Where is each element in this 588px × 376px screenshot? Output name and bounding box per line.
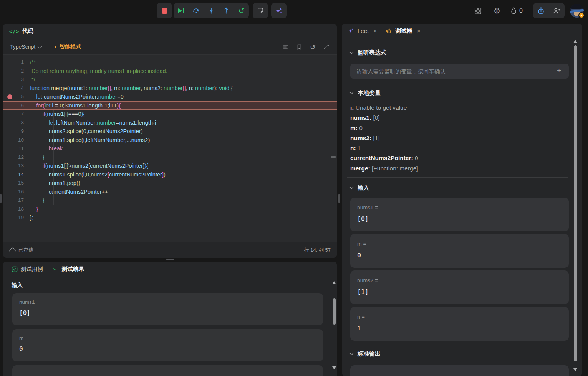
editor-scrollbar-thumb[interactable]	[331, 156, 336, 158]
test-field-partial[interactable]	[12, 365, 323, 376]
test-input-field[interactable]: nums1 =[0]	[12, 293, 323, 325]
code-editor[interactable]: 1/**2 Do not return anything, modify num…	[3, 55, 337, 242]
panel-resize-handle[interactable]	[338, 194, 340, 203]
debug-scrollbar-thumb[interactable]	[574, 45, 577, 361]
streak-indicator[interactable]: 0	[505, 3, 528, 18]
step-into-button[interactable]	[204, 3, 219, 18]
line-content: */	[28, 75, 337, 84]
code-line[interactable]: 14 nums1.splice(i,0,nums2[currentNums2Po…	[3, 170, 337, 179]
code-line[interactable]: 19};	[3, 213, 337, 222]
code-line[interactable]: 3 */	[3, 75, 337, 84]
stdout-section-header[interactable]: 标准输出	[349, 350, 381, 358]
variable-name: merge:	[350, 165, 372, 172]
step-over-button[interactable]	[189, 3, 204, 18]
line-gutter[interactable]: 18	[3, 205, 28, 214]
line-gutter[interactable]: 7	[3, 110, 28, 119]
code-line[interactable]: 5 let currentNums2Pointer:number=0	[3, 92, 337, 101]
tab-test-cases[interactable]: 测试用例	[12, 266, 43, 273]
close-icon[interactable]: ×	[373, 28, 377, 34]
debug-scroll-up[interactable]	[573, 40, 577, 43]
add-watch-icon[interactable]: +	[557, 67, 561, 74]
code-line[interactable]: 16 currentNums2Pointer++	[3, 188, 337, 196]
code-line[interactable]: 18 }	[3, 205, 337, 214]
test-scroll-up[interactable]	[332, 281, 336, 284]
restart-icon: ↺	[238, 7, 244, 15]
breakpoint-dot[interactable]	[7, 94, 12, 99]
debug-input-field[interactable]: nums1 =[0]	[350, 198, 569, 231]
line-gutter[interactable]: 9	[3, 127, 28, 136]
add-user-button[interactable]	[549, 3, 565, 18]
close-icon[interactable]: ×	[417, 28, 421, 34]
code-line[interactable]: 15 nums1.pop()	[3, 179, 337, 188]
variable-name: n:	[350, 145, 358, 151]
line-gutter[interactable]: 8	[3, 119, 28, 127]
format-code-button[interactable]	[280, 41, 292, 53]
test-input-field[interactable]: m =0	[12, 329, 323, 361]
line-gutter[interactable]: 6	[3, 101, 28, 110]
code-line[interactable]: 1/**	[3, 58, 337, 67]
stop-button[interactable]	[157, 3, 172, 18]
code-line[interactable]: 10 nums1.splice(i,leftNumNumber,...nums2…	[3, 136, 337, 145]
test-scrollbar-thumb[interactable]	[333, 298, 336, 325]
line-gutter[interactable]: 12	[3, 153, 28, 162]
code-line[interactable]: 7 if(nums1[i]===0){	[3, 110, 337, 119]
smart-mode-toggle[interactable]: 智能模式	[55, 43, 81, 50]
code-line[interactable]: 2 Do not return anything, modify nums1 i…	[3, 67, 337, 76]
watch-expression-input[interactable]	[350, 64, 569, 79]
line-gutter[interactable]: 4	[3, 84, 28, 93]
line-gutter[interactable]: 1	[3, 58, 28, 67]
continue-button[interactable]	[174, 3, 189, 18]
code-line[interactable]: 12 }	[3, 153, 337, 162]
debug-input-field[interactable]: m =0	[350, 234, 569, 268]
language-selector[interactable]: TypeScript	[10, 44, 41, 50]
code-line[interactable]: 17 }	[3, 196, 337, 205]
dashboard-button[interactable]	[470, 3, 485, 18]
line-gutter[interactable]: 11	[3, 144, 28, 153]
line-gutter[interactable]: 19	[3, 213, 28, 222]
line-gutter[interactable]: 14	[3, 170, 28, 179]
line-gutter[interactable]: 15	[3, 179, 28, 188]
debug-input-field[interactable]: n =1	[350, 307, 569, 341]
indent-guide	[41, 179, 41, 188]
code-line[interactable]: 9 nums2.splice(0,currentNums2Pointer)	[3, 127, 337, 136]
reset-code-button[interactable]: ↺	[307, 41, 319, 53]
debug-scroll-down[interactable]	[573, 368, 577, 371]
line-content: function merge(nums1: number[], m: numbe…	[28, 84, 337, 93]
tab-test-results[interactable]: >_ 测试结果	[53, 266, 84, 273]
settings-button[interactable]: ⚙	[489, 3, 505, 18]
step-out-button[interactable]	[219, 3, 234, 18]
indent-guide	[66, 188, 66, 196]
bookmark-button[interactable]	[293, 41, 305, 53]
watch-section-header[interactable]: 监听表达式	[349, 49, 386, 56]
line-gutter[interactable]: 5	[3, 92, 28, 101]
locals-section-header[interactable]: 本地变量	[349, 89, 381, 97]
timer-button[interactable]	[533, 3, 549, 18]
window-edge-handle[interactable]	[0, 194, 2, 203]
restart-button[interactable]: ↺	[234, 3, 249, 18]
line-gutter[interactable]: 2	[3, 67, 28, 76]
horizontal-resize-handle[interactable]	[166, 259, 174, 260]
fullscreen-button[interactable]	[320, 41, 332, 53]
test-scroll-down[interactable]	[332, 366, 336, 369]
ai-assistant-button[interactable]	[271, 3, 287, 18]
code-line[interactable]: 6 for(let i = 0;i<nums1.length-1;i++){	[3, 101, 337, 110]
avatar-art	[570, 4, 584, 9]
line-gutter[interactable]: 13	[3, 162, 28, 170]
line-gutter[interactable]: 17	[3, 196, 28, 205]
line-gutter[interactable]: 10	[3, 136, 28, 145]
tab-debugger[interactable]: 调试器 ×	[386, 27, 421, 35]
indent-guide	[53, 144, 54, 153]
tab-leet-assistant[interactable]: Leet ×	[348, 28, 377, 34]
code-line[interactable]: 4function merge(nums1: number[], m: numb…	[3, 84, 337, 93]
debug-input-field[interactable]: nums2 =[1]	[350, 270, 569, 304]
line-gutter[interactable]: 3	[3, 75, 28, 84]
notes-button[interactable]	[253, 3, 268, 18]
code-line[interactable]: 13 if(nums1[i]>nums2[currentNums2Pointer…	[3, 162, 337, 170]
code-line[interactable]: 8 let leftNumNumber:number=nums1.length-…	[3, 119, 337, 127]
inputs-section-header[interactable]: 输入	[349, 184, 369, 191]
code-line[interactable]: 11 break	[3, 144, 337, 153]
editor-toolbar: TypeScript 智能模式 ↺	[3, 39, 337, 55]
line-gutter[interactable]: 16	[3, 188, 28, 196]
indent-guide	[53, 110, 54, 119]
indent-guide	[41, 136, 41, 145]
